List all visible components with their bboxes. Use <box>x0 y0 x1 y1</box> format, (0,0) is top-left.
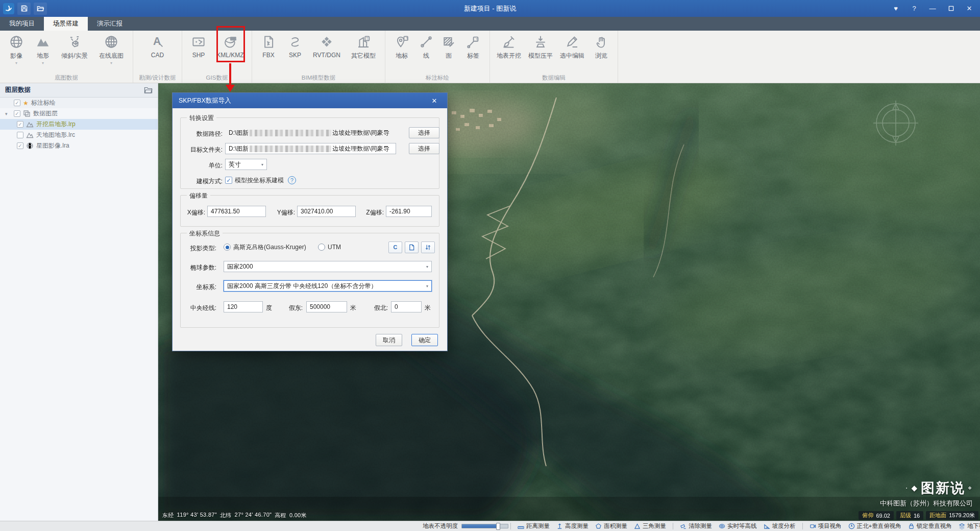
unit-select[interactable]: 英寸 ▾ <box>225 159 267 170</box>
fbx-highlight-arrowhead <box>226 85 235 92</box>
ribbon-item-label[interactable]: T 标签 <box>460 32 486 73</box>
cancel-button[interactable]: 取消 <box>376 334 402 346</box>
tool-lock-vertical-view[interactable]: 锁定垂直视角 <box>908 522 952 530</box>
tool-project-view[interactable]: 项目视角 <box>810 522 842 530</box>
slider-handle[interactable] <box>496 523 500 530</box>
tool-north-top-view[interactable]: 正北+垂直俯视角 <box>848 522 901 530</box>
chevron-down-icon[interactable]: ▾ <box>42 61 44 65</box>
gauss-kruger-option[interactable]: 高斯克吕格(Gauss-Kruger) <box>224 242 306 253</box>
expander-icon[interactable]: ▾ <box>5 111 11 116</box>
x-offset-input[interactable]: 477631.50 <box>207 206 266 217</box>
ellipsoid-label: 椭球参数: <box>185 263 216 272</box>
layer-row-excavated-terrain[interactable]: ✓ 开挖后地形.lrp <box>0 119 158 130</box>
choose-target-folder-button[interactable]: 选择 <box>409 143 439 154</box>
ribbon-item-other-model[interactable]: T 其它模型 <box>345 32 382 73</box>
skp-icon <box>287 34 303 50</box>
tool-slope-analysis[interactable]: 坡度分析 <box>764 522 796 530</box>
chevron-down-icon[interactable]: ▾ <box>15 61 17 65</box>
layer-checkbox[interactable]: ✓ <box>14 110 20 117</box>
ribbon-item-skp[interactable]: SKP <box>282 32 308 73</box>
ribbon-item-edit[interactable]: 选中编辑 <box>556 32 588 73</box>
layer-panel: 图层数据 ✓ ★ 标注标绘 ▾ ✓ 数据图层 ✓ 开挖后地形.lrp 天地图地形… <box>0 83 158 521</box>
window-titlebar: 新建项目 - 图新说 ♥ ? — ✕ <box>0 0 980 17</box>
dialog-title: SKP/FBX数据导入 <box>179 96 231 105</box>
ribbon-item-online-basemap[interactable]: 在线底图 ▾ <box>93 32 130 73</box>
ribbon-item-polyline[interactable]: 线 <box>415 32 437 73</box>
tool-area-measure[interactable]: 面积测量 <box>595 522 627 530</box>
dialog-titlebar[interactable]: SKP/FBX数据导入 ✕ <box>173 93 447 108</box>
ribbon-item-browse[interactable]: 浏览 <box>588 32 615 73</box>
crs-select[interactable]: 国家2000 高斯三度分带 中央经线120（坐标不含分带） ▾ <box>224 280 432 292</box>
help-circle-icon[interactable]: ? <box>288 176 296 184</box>
modeling-checkbox[interactable]: ✓ <box>225 177 232 184</box>
crs-refresh-tool-button[interactable]: C <box>388 242 402 253</box>
minimize-button[interactable]: — <box>924 2 941 15</box>
radio-icon[interactable] <box>318 244 325 251</box>
close-button[interactable]: ✕ <box>961 2 978 15</box>
surface-opacity-slider[interactable] <box>461 524 508 528</box>
crs-file-tool-button[interactable] <box>405 242 419 253</box>
ribbon-item-shp[interactable]: SHP <box>185 32 212 73</box>
modeling-mode-label: 建模方式: <box>183 177 223 186</box>
tab-my-projects[interactable]: 我的项目 <box>0 17 44 31</box>
ribbon-item-terrain[interactable]: 地形 ▾ <box>30 32 56 73</box>
crs-swap-tool-button[interactable] <box>421 242 435 253</box>
false-east-input[interactable]: 500000 <box>306 301 347 312</box>
maximize-button[interactable] <box>942 2 960 15</box>
utm-option[interactable]: UTM <box>318 242 341 253</box>
ribbon-item-fbx[interactable]: FBX <box>255 32 282 73</box>
ribbon-item-oblique[interactable]: 倾斜/实景 <box>56 32 93 73</box>
ribbon-group-bim: FBX SKP RVT/DGN T 其它模型 BIM模型数据 <box>252 31 385 83</box>
window-title: 新建项目 - 图新说 <box>0 4 980 13</box>
layer-row-satellite-imagery[interactable]: ✓ 星图影像.lra <box>0 140 158 151</box>
company-name: 中科图新（苏州）科技有限公司 <box>880 499 973 508</box>
false-north-input[interactable]: 0 <box>391 301 422 312</box>
ribbon-item-cad[interactable]: A CAD <box>139 32 176 73</box>
help-icon[interactable]: ? <box>905 2 923 15</box>
tool-triangle-measure[interactable]: 三角测量 <box>634 522 666 530</box>
choose-data-path-button[interactable]: 选择 <box>409 127 439 138</box>
feedback-icon[interactable]: ♥ <box>887 2 904 15</box>
save-button[interactable] <box>17 3 31 15</box>
ribbon-item-imagery[interactable]: 影像 ▾ <box>3 32 30 73</box>
y-offset-input[interactable]: 3027410.00 <box>297 206 356 217</box>
ellipsoid-select[interactable]: 国家2000 ▾ <box>224 261 432 272</box>
tab-presentation[interactable]: 演示汇报 <box>88 17 132 31</box>
pitch-status: 俯仰69.02 <box>859 511 894 520</box>
radio-selected-icon[interactable] <box>224 244 231 251</box>
tool-underground-view[interactable]: 地下视角 <box>959 522 980 530</box>
chevron-down-icon[interactable]: ▾ <box>110 61 112 65</box>
ribbon-group-survey: A CAD 勘测/设计数据 <box>133 31 182 83</box>
data-path-value[interactable]: D:\图新 边坡处理数据\同豪导 <box>225 127 396 138</box>
tool-realtime-contour[interactable]: 实时等高线 <box>719 522 757 530</box>
dialog-close-icon[interactable]: ✕ <box>428 97 441 105</box>
tool-distance-measure[interactable]: 距离测量 <box>518 522 550 530</box>
layer-row-tianditu-terrain[interactable]: 天地图地形.lrc <box>0 130 158 140</box>
open-folder-button[interactable] <box>34 3 47 15</box>
projection-type-label: 投影类型: <box>185 244 216 253</box>
surface-opacity-control: 地表不透明度 <box>423 522 508 530</box>
layer-checkbox[interactable] <box>17 132 23 138</box>
layer-panel-header: 图层数据 <box>0 83 158 98</box>
ribbon-item-flatten[interactable]: 模型压平 <box>525 32 556 73</box>
folder-icon[interactable] <box>144 86 153 94</box>
layer-checkbox[interactable]: ✓ <box>17 121 23 128</box>
central-meridian-input[interactable]: 120 <box>224 301 263 312</box>
tool-height-measure[interactable]: 高度测量 <box>556 522 589 530</box>
group-legend: 偏移量 <box>187 191 210 200</box>
ribbon-item-polygon[interactable]: 面 <box>437 32 460 73</box>
terrain-mountain-icon <box>35 34 51 50</box>
layer-row-annotation[interactable]: ✓ ★ 标注标绘 <box>0 98 158 108</box>
ribbon-caption-gis: GIS数据 <box>185 73 249 83</box>
ribbon-item-placemark[interactable]: T 地标 <box>388 32 415 73</box>
ok-button[interactable]: 确定 <box>411 334 438 346</box>
tab-scene-building[interactable]: 场景搭建 <box>44 17 88 31</box>
z-offset-input[interactable]: -261.90 <box>386 206 432 217</box>
layer-checkbox[interactable]: ✓ <box>17 142 23 149</box>
tool-clear-measure[interactable]: 清除测量 <box>680 522 712 530</box>
ribbon-item-excavation[interactable]: 地表开挖 <box>493 32 525 73</box>
layer-row-data-layers[interactable]: ▾ ✓ 数据图层 <box>0 108 158 119</box>
target-folder-input[interactable]: D:\图新 边坡处理数据\同豪导 <box>225 143 396 154</box>
layer-checkbox[interactable]: ✓ <box>14 100 20 106</box>
ribbon-item-rvt-dgn[interactable]: RVT/DGN <box>308 32 345 73</box>
